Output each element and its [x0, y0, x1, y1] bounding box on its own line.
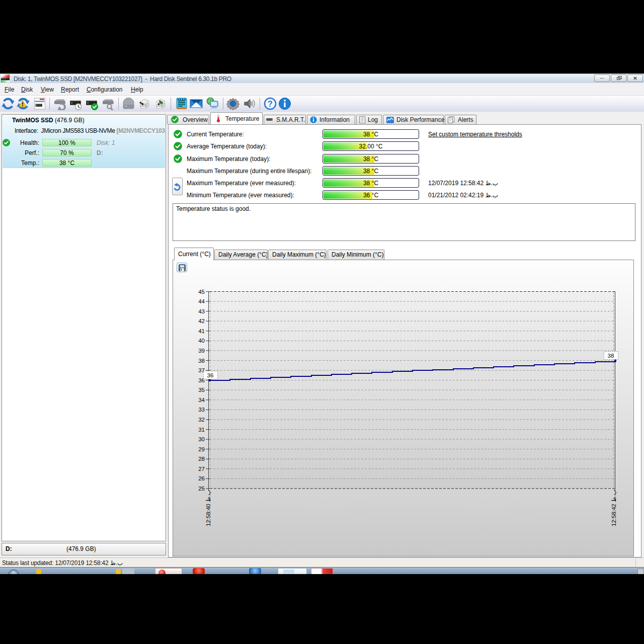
svg-text:42: 42: [198, 318, 205, 324]
svg-text:39: 39: [198, 348, 205, 354]
svg-text:40: 40: [198, 338, 205, 344]
svg-text:25: 25: [198, 486, 205, 492]
svg-text:12:58:40 ب.ظ: 12:58:40 ب.ظ: [205, 490, 211, 526]
svg-text:31: 31: [198, 427, 205, 433]
svg-text:12:58:42 ب.ظ: 12:58:42 ب.ظ: [611, 490, 617, 526]
svg-text:26: 26: [198, 475, 205, 481]
svg-text:35: 35: [198, 387, 205, 393]
svg-text:43: 43: [198, 308, 205, 314]
svg-text:36: 36: [207, 372, 214, 378]
svg-text:34: 34: [198, 397, 205, 403]
svg-text:41: 41: [198, 328, 205, 334]
svg-text:30: 30: [198, 436, 205, 442]
svg-text:33: 33: [198, 407, 205, 413]
svg-text:32: 32: [198, 417, 205, 423]
svg-text:29: 29: [198, 446, 205, 452]
svg-text:27: 27: [198, 466, 205, 472]
svg-text:?: ?: [268, 100, 273, 108]
svg-text:45: 45: [198, 289, 205, 295]
svg-text:38: 38: [198, 358, 205, 364]
svg-text:38: 38: [608, 353, 614, 359]
svg-text:28: 28: [198, 456, 205, 462]
svg-text:44: 44: [198, 298, 205, 304]
